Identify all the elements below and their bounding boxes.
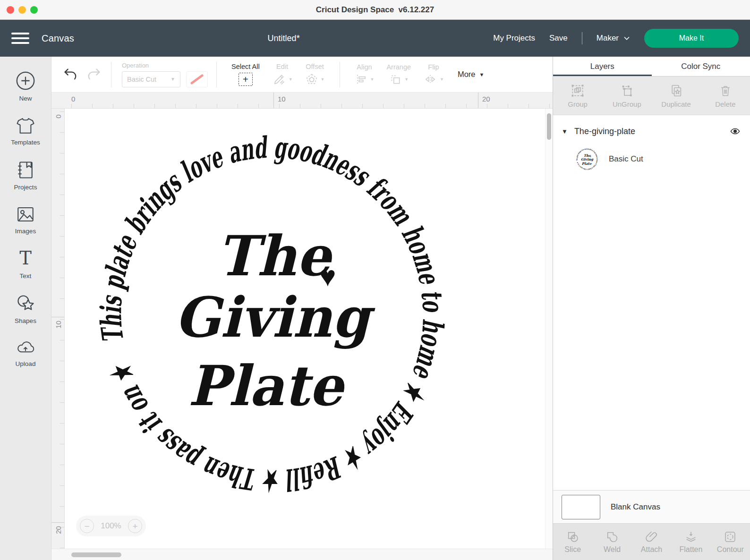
sidebar-item-text[interactable]: T Text [0,248,51,280]
blank-canvas-row[interactable]: Blank Canvas [553,490,750,523]
align-icon [355,73,368,85]
redo-icon[interactable] [85,67,102,82]
toolbar-divider [216,62,217,87]
design-canvas[interactable]: − 100% + [65,109,545,549]
machine-name: Maker [597,34,619,43]
ruler-v-label: 0 [54,111,62,122]
sidebar-item-projects[interactable]: Projects [0,160,51,191]
slice-icon [566,530,580,543]
undo-icon[interactable] [62,67,79,82]
header-divider [582,32,582,44]
zoom-control: − 100% + [76,516,146,536]
blank-canvas-label: Blank Canvas [611,502,660,512]
flatten-button[interactable]: Flatten [671,530,710,554]
arrange-icon [389,73,402,85]
group-icon [571,84,585,98]
flip-button[interactable]: Flip ▼ [423,63,444,85]
zoom-level: 100% [101,521,121,531]
dropdown-caret-icon: ▼ [404,77,409,82]
horizontal-ruler: 0 10 20 [51,93,553,109]
blank-canvas-thumbnail [562,495,600,519]
ruler-h-label: 10 [278,95,286,103]
delete-button[interactable]: Delete [701,84,750,108]
horizontal-scrollbar-thumb[interactable] [71,552,121,557]
operation-label: Operation [122,62,208,69]
window-title: Cricut Design Space v6.12.227 [316,5,434,15]
ungroup-button[interactable]: UnGroup [602,84,651,108]
select-all-icon: + [239,73,253,86]
sidebar-item-new[interactable]: New [0,70,51,102]
image-icon [15,204,36,224]
sidebar-item-upload[interactable]: Upload [0,338,51,367]
zoom-out-button[interactable]: − [80,519,94,533]
layer-group-row[interactable]: ▼ The-giving-plate [553,119,750,144]
layer-group-name: The-giving-plate [574,127,729,136]
ruler-h-major [273,93,274,108]
flatten-icon [684,530,698,543]
ruler-v-label: 10 [54,320,62,330]
tab-layers[interactable]: Layers [553,57,652,76]
ungroup-icon [620,84,634,98]
group-button[interactable]: Group [553,84,602,108]
upload-cloud-icon [14,338,37,357]
flip-icon [423,73,437,85]
tab-color-sync[interactable]: Color Sync [652,57,750,76]
operation-group: Operation Basic Cut ▼ [122,62,208,87]
chevron-down-icon [623,35,630,42]
make-it-button[interactable]: Make It [644,29,739,48]
toolbar-divider [340,62,340,87]
layer-actions: Group UnGroup Duplicate Delete [553,76,750,115]
zoom-in-button[interactable]: + [128,519,142,533]
sidebar-item-images[interactable]: Images [0,204,51,235]
zoom-window-button[interactable] [30,6,38,14]
ruler-h-label: 20 [482,95,490,103]
dropdown-caret-icon: ▼ [370,77,375,82]
document-title[interactable]: Untitled* [74,34,493,43]
dropdown-caret-icon: ▼ [321,77,325,82]
contour-button[interactable]: Contour [711,530,750,554]
minimize-window-button[interactable] [18,6,26,14]
tshirt-icon [15,116,36,136]
layer-name: Basic Cut [609,154,643,164]
edit-button[interactable]: Edit ▼ [272,63,293,86]
ruler-h-major [478,93,478,108]
vertical-scrollbar[interactable] [545,109,553,549]
operation-select[interactable]: Basic Cut ▼ [122,71,180,87]
menu-icon[interactable] [11,33,29,44]
sidebar-item-shapes[interactable]: Shapes [0,293,51,324]
panel-tabs: Layers Color Sync [553,57,750,76]
layer-thumbnail [576,148,598,170]
giving-plate-design[interactable] [93,130,452,498]
layer-row-basic-cut[interactable]: Basic Cut [553,144,750,175]
select-all-button[interactable]: Select All + [231,63,260,86]
sidebar-item-templates[interactable]: Templates [0,116,51,146]
horizontal-scrollbar[interactable] [51,549,553,560]
offset-button[interactable]: Offset ▼ [305,63,325,86]
notebook-icon [15,160,36,180]
weld-button[interactable]: Weld [592,530,631,554]
machine-selector[interactable]: Maker [597,34,630,43]
window-titlebar: Cricut Design Space v6.12.227 [0,0,750,20]
slice-button[interactable]: Slice [553,530,592,554]
visibility-eye-icon[interactable] [729,126,741,136]
layers-panel: Layers Color Sync Group UnGroup Duplicat… [553,57,750,560]
attach-button[interactable]: Attach [632,530,671,554]
close-window-button[interactable] [7,6,14,14]
collapse-caret-icon[interactable]: ▼ [562,128,568,135]
more-button[interactable]: More ▼ [458,70,484,79]
trash-icon [719,84,732,98]
vertical-ruler: 0 10 20 [51,109,65,549]
duplicate-button[interactable]: Duplicate [652,84,701,108]
traffic-lights [7,6,38,14]
ruler-v-major [51,317,64,317]
save-link[interactable]: Save [549,34,568,43]
vertical-scrollbar-thumb[interactable] [547,113,551,140]
toolbar-divider [111,62,111,87]
arrange-button[interactable]: Arrange ▼ [386,63,411,85]
weld-icon [605,530,619,543]
align-button[interactable]: Align ▼ [355,63,375,85]
cut-color-swatch[interactable] [186,71,208,87]
my-projects-link[interactable]: My Projects [493,34,535,43]
offset-pentagon-icon [305,73,318,86]
edit-toolbar: Operation Basic Cut ▼ Select All + Edit [51,57,553,93]
